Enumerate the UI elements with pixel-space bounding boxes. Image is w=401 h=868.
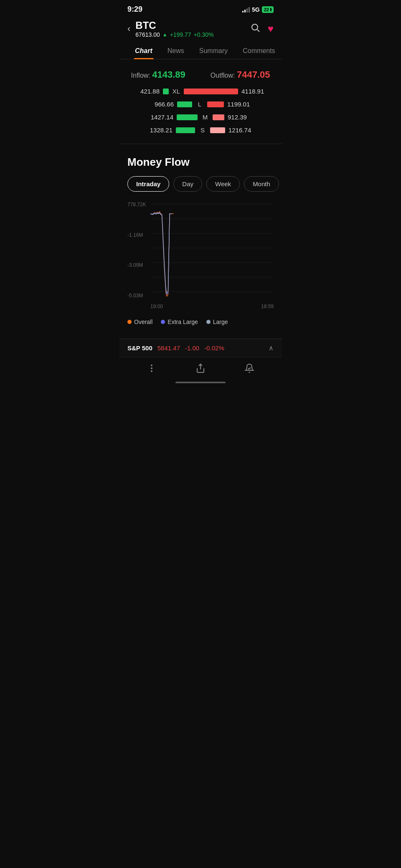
chart-x-labels: 19:00 18:59 <box>127 304 274 309</box>
bottom-ticker-bar[interactable]: S&P 500 5841.47 -1.00 -0.02% ∧ <box>119 339 282 357</box>
tabs: Chart News Summary Comments <box>119 42 282 59</box>
period-btn-intraday[interactable]: Intraday <box>127 176 169 192</box>
flow-section: Inflow: 4143.89 Outflow: 7447.05 421.88 … <box>119 59 282 142</box>
ticker-info: BTC 67613.00 ▲ +199.77 +0.30% <box>135 20 213 38</box>
period-btn-day[interactable]: Day <box>173 176 202 192</box>
tab-comments[interactable]: Comments <box>235 42 282 59</box>
legend-extra-large-dot <box>161 320 165 324</box>
flow-totals: Inflow: 4143.89 Outflow: 7447.05 <box>127 69 274 80</box>
flow-bar-row-xl: 421.88 XL 4118.91 <box>127 88 274 95</box>
legend-large: Large <box>206 319 228 325</box>
period-buttons: Intraday Day Week Month <box>127 176 274 192</box>
tab-chart[interactable]: Chart <box>127 42 160 59</box>
section-divider <box>119 144 282 144</box>
back-button[interactable]: ‹ <box>127 23 130 34</box>
outflow-total: Outflow: 7447.05 <box>211 69 270 80</box>
inflow-total: Inflow: 4143.89 <box>131 69 185 80</box>
price-up-arrow: ▲ <box>162 32 168 38</box>
money-flow-section: Money Flow Intraday Day Week Month 778.7… <box>119 146 282 339</box>
search-icon[interactable] <box>250 23 260 35</box>
flow-xl-red-bar <box>184 89 238 94</box>
flow-xl-green-bar <box>163 89 169 94</box>
flow-l-label: L <box>195 101 204 108</box>
flow-xl-label: XL <box>172 88 180 95</box>
header-right: ♥ <box>250 23 274 35</box>
bottom-ticker-name: S&P 500 <box>127 344 152 352</box>
signal-bars <box>242 7 250 13</box>
flow-xl-left: 421.88 <box>130 88 160 95</box>
legend-large-label: Large <box>213 319 228 325</box>
x-label-end: 18:59 <box>261 304 274 309</box>
signal-bar-1 <box>242 11 244 13</box>
status-time: 9:29 <box>127 5 142 14</box>
header: ‹ BTC 67613.00 ▲ +199.77 +0.30% ♥ <box>119 16 282 42</box>
flow-m-label: M <box>201 114 209 121</box>
ticker-symbol: BTC <box>135 20 213 31</box>
outflow-label: Outflow: <box>211 72 235 79</box>
flow-m-right: 912.39 <box>228 114 257 121</box>
nav-more-button[interactable] <box>147 363 157 373</box>
more-icon <box>147 363 157 373</box>
nav-alert-button[interactable] <box>244 363 254 373</box>
flow-s-green-bar <box>176 127 195 133</box>
flow-bar-row-l: 966.66 L 1199.01 <box>127 101 274 108</box>
tab-news[interactable]: News <box>160 42 192 59</box>
chart-legend: Overall Extra Large Large <box>127 315 274 325</box>
flow-s-label: S <box>198 127 207 134</box>
period-btn-month[interactable]: Month <box>244 176 279 192</box>
period-btn-week[interactable]: Week <box>206 176 240 192</box>
x-label-start: 19:00 <box>150 304 163 309</box>
home-indicator <box>119 377 282 386</box>
home-bar <box>175 382 226 383</box>
favorite-icon[interactable]: ♥ <box>268 23 274 35</box>
price-change: +199.77 <box>170 31 191 38</box>
svg-point-11 <box>151 370 152 372</box>
price-change-pct: +0.30% <box>194 31 214 38</box>
header-left: ‹ BTC 67613.00 ▲ +199.77 +0.30% <box>127 20 214 38</box>
status-bar: 9:29 5G 22 <box>119 0 282 16</box>
battery-icon: 22 <box>262 6 274 13</box>
ticker-price-row: 67613.00 ▲ +199.77 +0.30% <box>135 31 213 38</box>
flow-bars: 421.88 XL 4118.91 966.66 L 1199.01 1427.… <box>127 88 274 134</box>
tab-summary[interactable]: Summary <box>192 42 235 59</box>
bottom-ticker-price: 5841.47 <box>157 344 180 352</box>
inflow-value: 4143.89 <box>152 69 185 80</box>
flow-l-red-bar <box>207 101 224 107</box>
y-label-7: -5.03M <box>127 293 150 299</box>
status-right: 5G 22 <box>242 6 274 13</box>
flow-m-red-bar <box>213 114 224 120</box>
outflow-value: 7447.05 <box>237 69 270 80</box>
svg-point-0 <box>252 24 258 30</box>
bottom-ticker-change: -1.00 <box>185 344 199 352</box>
legend-overall: Overall <box>127 319 152 325</box>
flow-l-left: 966.66 <box>145 101 174 108</box>
flow-bar-row-m: 1427.14 M 912.39 <box>127 114 274 121</box>
bottom-ticker-arrow: ∧ <box>269 344 274 352</box>
bottom-ticker-pct: -0.02% <box>204 344 224 352</box>
signal-bar-4 <box>249 7 250 13</box>
y-label-1: 778.72K <box>127 202 150 208</box>
signal-bar-2 <box>244 10 246 13</box>
signal-bar-3 <box>246 8 248 13</box>
flow-l-green-bar <box>177 101 192 107</box>
svg-point-10 <box>151 367 152 369</box>
inflow-label: Inflow: <box>131 72 150 79</box>
legend-large-dot <box>206 320 211 324</box>
y-label-3: -1.16M <box>127 232 150 238</box>
bottom-nav <box>119 357 282 377</box>
flow-s-right: 1216.74 <box>228 127 258 134</box>
nav-share-button[interactable] <box>195 363 206 373</box>
network-type: 5G <box>252 6 260 13</box>
svg-line-1 <box>257 30 259 32</box>
chart-y-labels: 778.72K -1.16M -3.09M -5.03M <box>127 200 150 300</box>
flow-bar-row-s: 1328.21 S 1216.74 <box>127 127 274 134</box>
legend-extra-large-label: Extra Large <box>168 319 198 325</box>
y-label-5: -3.09M <box>127 262 150 268</box>
flow-s-left: 1328.21 <box>143 127 173 134</box>
alert-icon <box>244 363 254 373</box>
legend-overall-label: Overall <box>134 319 152 325</box>
money-flow-title: Money Flow <box>127 156 274 169</box>
flow-xl-right: 4118.91 <box>241 88 271 95</box>
money-flow-chart: 778.72K -1.16M -3.09M -5.03M <box>127 200 274 300</box>
svg-point-9 <box>151 364 152 366</box>
